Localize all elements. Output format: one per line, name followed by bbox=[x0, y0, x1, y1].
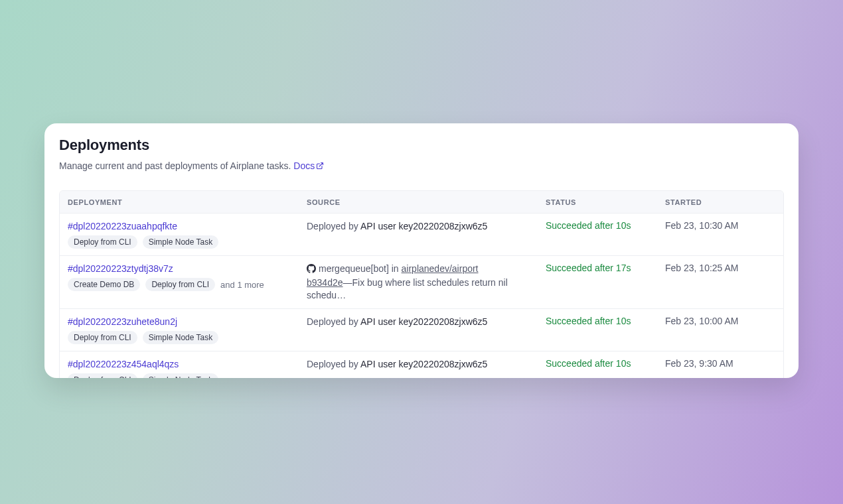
docs-link-label: Docs bbox=[293, 160, 315, 171]
tag[interactable]: Simple Node Task bbox=[143, 373, 219, 378]
table-row[interactable]: #dpl20220223zuaahpqfkte Deploy from CLI … bbox=[60, 214, 783, 256]
cell-deployment: #dpl20220223ztydtj38v7z Create Demo DB D… bbox=[68, 263, 307, 291]
tag-list: Deploy from CLI Simple Node Task bbox=[68, 331, 307, 344]
tags-overflow[interactable]: and 1 more bbox=[220, 280, 264, 290]
deployment-id-link[interactable]: #dpl20220223zuaahpqfkte bbox=[68, 221, 177, 231]
git-repo-link[interactable]: airplanedev/airport bbox=[402, 263, 479, 274]
git-in-text: in bbox=[389, 263, 402, 274]
table-row[interactable]: #dpl20220223ztydtj38v7z Create Demo DB D… bbox=[60, 256, 783, 309]
tag[interactable]: Simple Node Task bbox=[143, 331, 219, 344]
deployment-id-link[interactable]: #dpl20220223z454aql4qzs bbox=[68, 359, 179, 369]
tag-list: Deploy from CLI Simple Node Task bbox=[68, 235, 307, 249]
tag[interactable]: Deploy from CLI bbox=[68, 235, 137, 249]
svg-line-0 bbox=[319, 163, 323, 167]
git-commit-link[interactable]: b934d2e bbox=[307, 277, 343, 288]
cell-source: Deployed by API user key20220208zjxw6z5 bbox=[307, 358, 546, 371]
status-badge: Succeeded after 10s bbox=[546, 316, 665, 326]
page-title: Deployments bbox=[59, 137, 784, 154]
col-header-source: Source bbox=[307, 198, 546, 206]
subtitle-text: Manage current and past deployments of A… bbox=[59, 160, 291, 171]
started-time: Feb 23, 9:30 AM bbox=[665, 358, 771, 369]
tag[interactable]: Deploy from CLI bbox=[68, 373, 137, 378]
deployments-card: Deployments Manage current and past depl… bbox=[44, 123, 799, 378]
tag[interactable]: Simple Node Task bbox=[143, 235, 219, 249]
api-user: API user key20220208zjxw6z5 bbox=[360, 221, 487, 231]
tag[interactable]: Deploy from CLI bbox=[145, 278, 215, 291]
api-user: API user key20220208zjxw6z5 bbox=[360, 359, 487, 369]
deployed-by-prefix: Deployed by bbox=[307, 316, 358, 327]
tag[interactable]: Deploy from CLI bbox=[68, 331, 137, 344]
status-badge: Succeeded after 10s bbox=[546, 220, 665, 231]
api-user: API user key20220208zjxw6z5 bbox=[360, 316, 487, 327]
cell-source: Deployed by API user key20220208zjxw6z5 bbox=[307, 220, 546, 233]
tag-list: Deploy from CLI Simple Node Task bbox=[68, 373, 307, 378]
table-header: Deployment Source Status Started bbox=[60, 191, 783, 214]
tag-list: Create Demo DB Deploy from CLI and 1 mor… bbox=[68, 278, 307, 291]
cell-deployment: #dpl20220223z454aql4qzs Deploy from CLI … bbox=[68, 358, 307, 378]
external-link-icon bbox=[316, 161, 324, 172]
git-actor: mergequeue[bot] bbox=[319, 263, 389, 274]
deployment-id-link[interactable]: #dpl20220223zuhete8un2j bbox=[68, 316, 177, 327]
tag[interactable]: Create Demo DB bbox=[68, 278, 140, 291]
deployments-table: Deployment Source Status Started #dpl202… bbox=[59, 190, 784, 378]
col-header-deployment: Deployment bbox=[68, 198, 307, 206]
page-subtitle: Manage current and past deployments of A… bbox=[59, 160, 784, 172]
cell-deployment: #dpl20220223zuaahpqfkte Deploy from CLI … bbox=[68, 220, 307, 249]
col-header-started: Started bbox=[665, 198, 771, 206]
table-row[interactable]: #dpl20220223zuhete8un2j Deploy from CLI … bbox=[60, 309, 783, 351]
github-icon bbox=[307, 264, 316, 277]
started-time: Feb 23, 10:00 AM bbox=[665, 316, 771, 326]
status-badge: Succeeded after 17s bbox=[546, 263, 665, 273]
started-time: Feb 23, 10:30 AM bbox=[665, 220, 771, 231]
cell-deployment: #dpl20220223zuhete8un2j Deploy from CLI … bbox=[68, 316, 307, 344]
started-time: Feb 23, 10:25 AM bbox=[665, 263, 771, 273]
table-row[interactable]: #dpl20220223z454aql4qzs Deploy from CLI … bbox=[60, 351, 783, 378]
status-badge: Succeeded after 10s bbox=[546, 358, 665, 369]
card-header: Deployments Manage current and past depl… bbox=[44, 123, 799, 181]
deployed-by-prefix: Deployed by bbox=[307, 221, 358, 231]
deployment-id-link[interactable]: #dpl20220223ztydtj38v7z bbox=[68, 263, 173, 274]
cell-source: Deployed by API user key20220208zjxw6z5 bbox=[307, 316, 546, 328]
deployed-by-prefix: Deployed by bbox=[307, 359, 358, 369]
docs-link[interactable]: Docs bbox=[293, 160, 324, 171]
cell-source: mergequeue[bot] in airplanedev/airport b… bbox=[307, 263, 546, 302]
col-header-status: Status bbox=[546, 198, 665, 206]
